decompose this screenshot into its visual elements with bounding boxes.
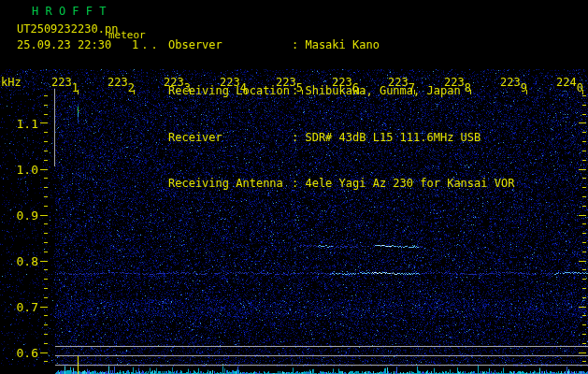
meta-row-antenna: Receiving Antenna: 4ele Yagi Az 230 for … <box>168 179 514 189</box>
time-label: 2233 <box>164 76 191 89</box>
time-label: 2240 <box>556 76 583 89</box>
time-label: 2238 <box>444 76 471 89</box>
meta-value: : SDR# 43dB L15 111.6MHz USB <box>292 131 480 144</box>
time-label: 2239 <box>500 76 527 89</box>
filename-label: UT2509232230.pn <box>17 22 118 36</box>
hrofft-screen: H R O F F T UT2509232230.pn meteor 25.09… <box>0 0 588 374</box>
meta-label: Observer <box>168 40 292 50</box>
echo-count-label: 1.. <box>132 38 161 51</box>
meta-label: Receiving Antenna <box>168 179 292 189</box>
time-label: 2237 <box>388 76 415 89</box>
freq-label: 1.0 <box>1 163 38 177</box>
freq-label: 1.1 <box>1 117 38 131</box>
time-label: 2234 <box>220 76 247 89</box>
app-title: H R O F F T <box>32 5 106 18</box>
freq-label: 0.8 <box>1 254 38 268</box>
time-label: 2236 <box>332 76 359 89</box>
station-meta: Observer: Masaki Kano Receiving Location… <box>168 5 514 225</box>
time-label: 2232 <box>108 76 135 89</box>
freq-label: 0.6 <box>1 346 38 360</box>
freq-label: 0.9 <box>1 209 38 223</box>
meta-row-observer: Observer: Masaki Kano <box>168 40 514 50</box>
freq-label: 0.7 <box>1 300 38 314</box>
freq-axis-unit: kHz <box>1 76 22 89</box>
meta-row-receiver: Receiver: SDR# 43dB L15 111.6MHz USB <box>168 133 514 143</box>
time-label: 2235 <box>276 76 303 89</box>
time-label: 2231 <box>51 76 79 89</box>
meta-label: Receiver <box>168 133 292 143</box>
meta-value: : 4ele Yagi Az 230 for Kansai VOR <box>292 177 514 190</box>
meta-value: : Masaki Kano <box>292 38 380 51</box>
meta-value: : Shibukawa, Gunma, Japan <box>292 84 461 97</box>
datetime-label: 25.09.23 22:30 <box>17 38 111 51</box>
